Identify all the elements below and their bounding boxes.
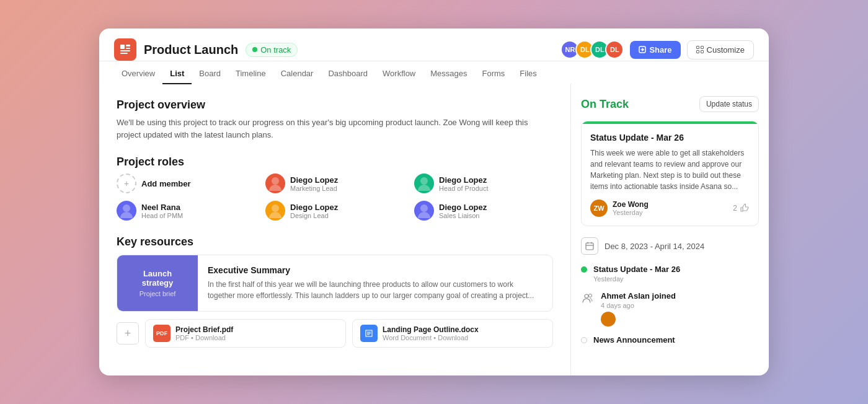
right-panel: On Track Update status Status Update - M… xyxy=(570,84,769,375)
svg-point-17 xyxy=(589,294,592,297)
role-info: Diego Lopez Head of Product xyxy=(439,175,489,192)
activity-time: Yesterday xyxy=(593,275,680,283)
file-item-pdf[interactable]: PDF Project Brief.pdf PDF • Download xyxy=(145,319,346,348)
header-right: NR DL DL DL Share Customize xyxy=(560,40,754,59)
app-container: Product Launch On track NR DL DL DL Shar… xyxy=(99,29,769,375)
resource-title: Executive Summary xyxy=(208,265,542,275)
role-info: Neel Rana Head of PMM xyxy=(141,203,183,219)
role-item: Neel Rana Head of PMM xyxy=(117,201,255,221)
activity-item: Ahmet Aslan joined 4 days ago xyxy=(581,291,759,327)
doc-icon xyxy=(360,325,378,342)
status-dot xyxy=(252,47,257,52)
author-time: Yesterday xyxy=(613,209,649,216)
role-title: Head of PMM xyxy=(141,212,183,219)
file-name: Landing Page Outline.docx xyxy=(383,325,479,334)
role-name: Diego Lopez xyxy=(290,175,338,185)
tab-overview[interactable]: Overview xyxy=(114,64,162,84)
tab-dashboard[interactable]: Dashboard xyxy=(321,64,375,84)
role-title: Sales Liaison xyxy=(439,212,487,219)
author-name: Zoe Wong xyxy=(613,200,649,209)
on-track-title: On Track xyxy=(581,98,629,111)
project-overview-desc: We'll be using this project to track our… xyxy=(117,116,553,141)
svg-point-16 xyxy=(585,294,588,298)
file-info: Project Brief.pdf PDF • Download xyxy=(175,325,233,341)
key-resources-title: Key resources xyxy=(117,235,553,248)
tab-list[interactable]: List xyxy=(162,64,192,84)
tab-forms[interactable]: Forms xyxy=(475,64,513,84)
left-panel: Project overview We'll be using this pro… xyxy=(99,84,570,375)
resource-card[interactable]: Launch strategy Project brief Executive … xyxy=(117,255,553,312)
project-status-badge[interactable]: On track xyxy=(246,43,298,57)
customize-label: Customize xyxy=(707,45,745,55)
svg-rect-8 xyxy=(696,51,699,53)
svg-rect-1 xyxy=(126,45,130,46)
add-member-item[interactable]: + Add member xyxy=(117,173,255,193)
resource-content: Executive Summary In the first half of t… xyxy=(198,255,552,311)
svg-rect-6 xyxy=(696,46,699,49)
activity-time: 4 days ago xyxy=(601,302,676,309)
role-title: Design Lead xyxy=(290,212,338,219)
activity-avatar xyxy=(601,312,616,327)
file-item-doc[interactable]: Landing Page Outline.docx Word Document … xyxy=(352,319,553,348)
svg-rect-3 xyxy=(120,50,130,51)
like-count[interactable]: 2 xyxy=(733,203,750,213)
role-item: Diego Lopez Sales Liaison xyxy=(414,201,553,221)
like-number: 2 xyxy=(733,204,737,213)
activity-content: Ahmet Aslan joined 4 days ago xyxy=(601,291,676,327)
role-avatar xyxy=(265,173,285,193)
add-member-icon: + xyxy=(117,173,136,193)
svg-rect-0 xyxy=(120,45,125,49)
project-icon xyxy=(114,38,136,61)
main-content: Project overview We'll be using this pro… xyxy=(99,84,769,375)
update-status-button[interactable]: Update status xyxy=(699,96,759,112)
role-info: Diego Lopez Design Lead xyxy=(290,203,338,219)
file-meta: PDF • Download xyxy=(175,334,233,341)
svg-point-13 xyxy=(272,204,279,212)
roles-grid: + Add member Diego Lopez Marketing Lead xyxy=(117,173,553,221)
resource-thumb-title: Launch strategy xyxy=(127,269,188,288)
timeline-text: Dec 8, 2023 - April 14, 2024 xyxy=(604,242,704,251)
status-card-text: This week we were able to get all stakeh… xyxy=(590,147,750,192)
svg-rect-9 xyxy=(701,51,703,53)
author-avatar: ZW xyxy=(590,200,608,217)
svg-point-12 xyxy=(123,204,130,212)
project-roles-title: Project roles xyxy=(117,156,553,169)
files-row: + PDF Project Brief.pdf PDF • Download xyxy=(117,319,553,348)
people-icon xyxy=(581,291,595,305)
role-name: Diego Lopez xyxy=(439,175,489,185)
status-card-body: Status Update - Mar 26 This week we were… xyxy=(582,124,758,226)
tab-timeline[interactable]: Timeline xyxy=(228,64,273,84)
role-name: Neel Rana xyxy=(141,203,183,212)
tab-messages[interactable]: Messages xyxy=(423,64,474,84)
role-name: Diego Lopez xyxy=(290,203,338,212)
add-member-label-wrap: Add member xyxy=(141,179,190,188)
resource-desc: In the first half of this year we will b… xyxy=(208,279,542,301)
status-author: ZW Zoe Wong Yesterday xyxy=(590,200,649,217)
svg-point-11 xyxy=(420,177,428,185)
activity-dot-green xyxy=(581,266,587,273)
tab-calendar[interactable]: Calendar xyxy=(273,64,321,84)
file-name: Project Brief.pdf xyxy=(175,325,233,334)
team-avatars: NR DL DL DL xyxy=(560,40,624,59)
svg-rect-7 xyxy=(701,46,703,49)
resource-thumbnail: Launch strategy Project brief xyxy=(117,255,198,311)
tab-files[interactable]: Files xyxy=(512,64,544,84)
role-title: Marketing Lead xyxy=(290,185,338,192)
role-item: Diego Lopez Design Lead xyxy=(265,201,404,221)
right-header: On Track Update status xyxy=(581,96,759,112)
avatar: DL xyxy=(605,40,624,59)
customize-button[interactable]: Customize xyxy=(687,40,754,59)
add-file-button[interactable]: + xyxy=(117,322,139,345)
calendar-icon xyxy=(581,237,598,255)
role-info: Diego Lopez Sales Liaison xyxy=(439,203,487,219)
share-button[interactable]: Share xyxy=(630,41,680,59)
header-left: Product Launch On track xyxy=(114,38,298,61)
role-avatar xyxy=(414,201,434,221)
tab-workflow[interactable]: Workflow xyxy=(375,64,423,84)
svg-rect-2 xyxy=(126,48,130,49)
status-card-footer: ZW Zoe Wong Yesterday 2 xyxy=(590,200,750,217)
timeline-row: Dec 8, 2023 - April 14, 2024 xyxy=(581,237,759,255)
project-title: Product Launch xyxy=(144,43,238,57)
tab-board[interactable]: Board xyxy=(192,64,228,84)
role-info: Diego Lopez Marketing Lead xyxy=(290,175,338,192)
